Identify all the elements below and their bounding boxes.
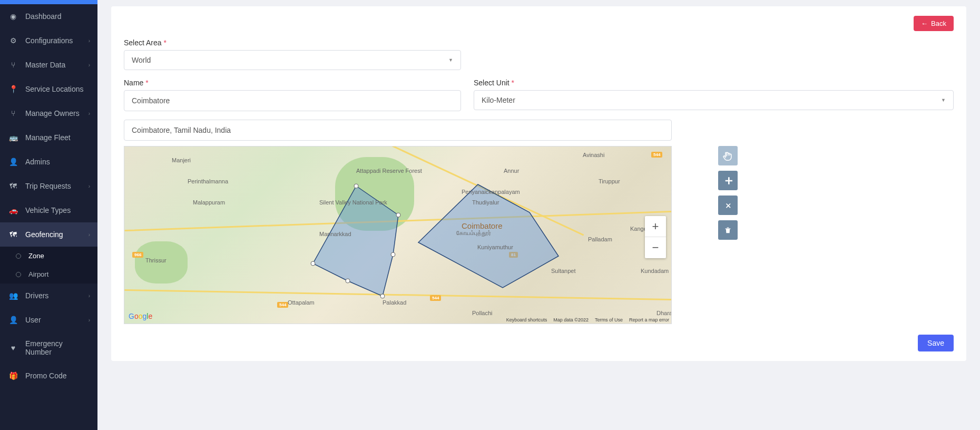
map-labels: MannarkkadMalappuramAttappadi Reserve Fo…	[124, 146, 671, 324]
arrow-left-icon: ←	[921, 19, 928, 27]
chevron-right-icon: ›	[89, 111, 90, 116]
sidebar-item-label: Admins	[25, 158, 50, 166]
sidebar-item-service-locations[interactable]: 📍Service Locations	[0, 77, 97, 101]
map-tools	[718, 146, 738, 324]
map-place-label: Periyanaickenpalayam	[462, 189, 520, 195]
user-icon: 👤	[8, 315, 18, 325]
bus-icon: 🚌	[8, 133, 18, 142]
chevron-down-icon: ▼	[448, 57, 453, 63]
car-icon: 🚗	[8, 206, 18, 215]
sidebar-subitem-airport[interactable]: Airport	[0, 265, 97, 284]
map-place-label: Perinthalmanna	[188, 178, 228, 184]
heart-icon: ♥	[8, 343, 18, 353]
sidebar-item-label: Drivers	[25, 291, 48, 300]
zoom-in-button[interactable]: +	[645, 216, 666, 237]
map-place-label: Mannarkkad	[319, 231, 351, 237]
pin-icon: 📍	[8, 84, 18, 94]
map-place-label: Dharapuram	[656, 310, 672, 316]
map-place-label: Avinashi	[583, 152, 604, 158]
map-icon: 🗺	[8, 230, 18, 239]
sidebar-subitem-label: Zone	[28, 252, 44, 260]
map-search-input[interactable]: Coimbatore, Tamil Nadu, India	[124, 120, 672, 141]
sidebar-item-drivers[interactable]: 👥Drivers›	[0, 284, 97, 308]
map-place-label: Coimbatore	[462, 221, 503, 230]
cog-icon: ⚙	[8, 36, 18, 45]
save-button[interactable]: Save	[918, 335, 954, 351]
users-icon: 👥	[8, 291, 18, 300]
sidebar-item-manage-fleet[interactable]: 🚌Manage Fleet	[0, 125, 97, 150]
map-place-label: Thrissur	[145, 257, 166, 263]
map-place-label: Tiruppur	[599, 178, 620, 184]
sidebar-item-label: Emergency Number	[25, 339, 89, 356]
main-content: ← Back Select Area * World ▼ Name * Sele…	[97, 0, 980, 430]
sidebar-item-configurations[interactable]: ⚙Configurations›	[0, 28, 97, 53]
sidebar-item-manage-owners[interactable]: ⑂Manage Owners›	[0, 101, 97, 125]
user-icon: 👤	[8, 157, 18, 167]
sidebar-item-vehicle-types[interactable]: 🚗Vehicle Types	[0, 198, 97, 222]
back-button[interactable]: ← Back	[914, 16, 954, 31]
area-select[interactable]: World ▼	[124, 50, 461, 70]
map-place-label: கோயம்புத்தூர்	[456, 230, 491, 237]
sidebar-item-dashboard[interactable]: ◉Dashboard	[0, 4, 97, 28]
map-place-label: Silent Valley National Park	[319, 199, 387, 206]
unit-label: Select Unit *	[474, 79, 954, 87]
name-input[interactable]	[124, 90, 461, 111]
chevron-right-icon: ›	[89, 232, 90, 238]
map-place-label: Kundadam	[641, 268, 669, 274]
sidebar-item-label: Vehicle Types	[25, 206, 71, 214]
sidebar-item-promo-code[interactable]: 🎁Promo Code	[0, 364, 97, 388]
sidebar-item-admins[interactable]: 👤Admins	[0, 150, 97, 174]
branch-icon: ⑂	[8, 109, 18, 118]
sidebar-subitem-label: Airport	[28, 270, 48, 278]
map-place-label: Kuniyamuthur	[477, 244, 513, 250]
chevron-down-icon: ▼	[941, 97, 946, 103]
dashboard-icon: ◉	[8, 12, 18, 21]
circle-icon	[16, 253, 21, 259]
map-place-label: Malappuram	[193, 199, 225, 206]
sidebar-item-label: User	[25, 316, 41, 324]
sidebar-item-label: Geofencing	[25, 230, 63, 239]
area-label: Select Area *	[124, 38, 461, 47]
sidebar-item-label: Configurations	[25, 36, 73, 45]
sidebar-item-label: Promo Code	[25, 372, 67, 380]
sidebar-item-master-data[interactable]: ⑂Master Data›	[0, 53, 97, 77]
chevron-right-icon: ›	[89, 62, 90, 68]
sidebar-accent	[0, 0, 97, 4]
map-attribution: Keyboard shortcutsMap data ©2022Terms of…	[506, 317, 669, 322]
sidebar-item-emergency-number[interactable]: ♥Emergency Number	[0, 332, 97, 364]
map-place-label: Pollachi	[472, 310, 493, 316]
map-place-label: Annur	[504, 168, 519, 174]
cancel-tool-button[interactable]	[718, 196, 738, 215]
unit-select[interactable]: Kilo-Meter ▼	[474, 90, 954, 110]
chevron-right-icon: ›	[89, 183, 90, 189]
map-place-label: Attappadi Reserve Forest	[356, 168, 422, 174]
circle-icon	[16, 272, 21, 277]
map-canvas[interactable]: 544 544 544 81 966 MannarkkadMalap	[124, 146, 672, 324]
gift-icon: 🎁	[8, 371, 18, 380]
back-label: Back	[931, 19, 946, 27]
zoom-control: + −	[645, 216, 666, 258]
branch-icon: ⑂	[8, 60, 18, 70]
sidebar-item-label: Master Data	[25, 61, 65, 69]
add-polygon-button[interactable]	[718, 171, 738, 190]
sidebar-item-trip-requests[interactable]: 🗺Trip Requests›	[0, 174, 97, 198]
sidebar-item-label: Trip Requests	[25, 182, 71, 190]
chevron-right-icon: ›	[89, 317, 90, 323]
sidebar: ◉Dashboard⚙Configurations›⑂Master Data›📍…	[0, 0, 97, 430]
map-icon: 🗺	[8, 181, 18, 191]
sidebar-item-label: Manage Fleet	[25, 133, 71, 142]
hand-tool-button[interactable]	[718, 146, 738, 165]
sidebar-subitem-zone[interactable]: Zone	[0, 247, 97, 265]
sidebar-item-label: Service Locations	[25, 85, 84, 93]
form-card: ← Back Select Area * World ▼ Name * Sele…	[111, 6, 966, 361]
sidebar-item-user[interactable]: 👤User›	[0, 308, 97, 332]
sidebar-item-label: Manage Owners	[25, 109, 80, 118]
delete-tool-button[interactable]	[718, 220, 738, 240]
map-place-label: Palakkad	[383, 299, 406, 306]
sidebar-item-label: Dashboard	[25, 12, 62, 21]
zoom-out-button[interactable]: −	[645, 237, 666, 258]
sidebar-item-geofencing[interactable]: 🗺Geofencing›	[0, 222, 97, 247]
map-place-label: Thudiyalur	[472, 199, 499, 206]
area-value: World	[132, 56, 151, 64]
chevron-right-icon: ›	[89, 293, 90, 299]
